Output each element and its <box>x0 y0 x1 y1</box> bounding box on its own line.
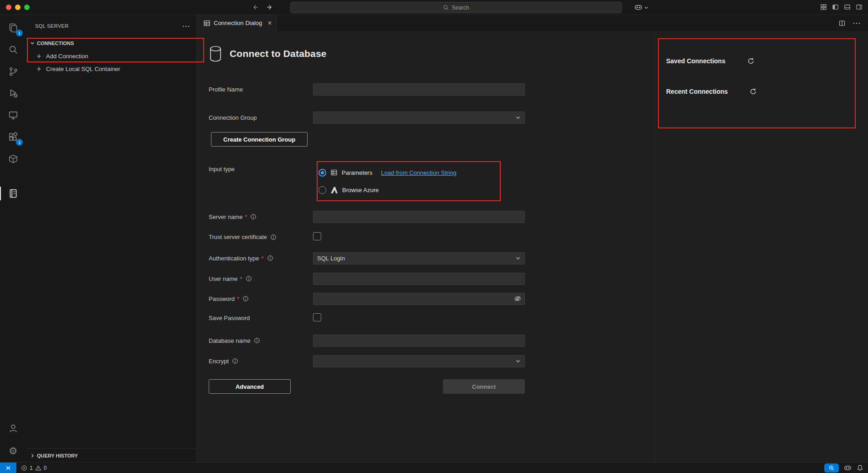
saved-connections-title: Saved Connections <box>666 57 725 65</box>
encrypt-dropdown[interactable] <box>313 355 525 367</box>
browse-azure-label: Browse Azure <box>342 187 379 193</box>
info-icon[interactable] <box>270 234 277 240</box>
activity-item-extensions[interactable]: 1 <box>0 126 26 148</box>
activity-item-run-debug[interactable] <box>0 82 26 104</box>
problems-status[interactable]: 1 0 <box>16 465 51 471</box>
authentication-type-dropdown[interactable]: SQL Login <box>313 252 525 264</box>
split-editor-icon[interactable] <box>838 20 846 27</box>
command-center-search[interactable]: Search <box>290 2 622 13</box>
container-cube-icon <box>8 154 18 164</box>
input-type-radio-group: Parameters Load from Connection String <box>313 161 525 201</box>
trust-server-certificate-checkbox[interactable] <box>313 232 321 240</box>
saved-connections-header: Saved Connections <box>666 56 868 66</box>
copilot-status-icon[interactable] <box>844 464 852 472</box>
server-name-row: Server name * <box>209 210 525 223</box>
go-back-icon[interactable] <box>252 4 259 11</box>
browse-azure-radio[interactable] <box>318 186 326 194</box>
info-icon[interactable] <box>254 337 260 344</box>
trust-server-certificate-row: Trust server certificate <box>209 232 525 242</box>
minimize-window-button[interactable] <box>15 5 21 10</box>
connection-group-label: Connection Group <box>209 114 257 121</box>
tab-connection-dialog[interactable]: Connection Dialog × <box>197 15 277 31</box>
server-name-input[interactable] <box>313 211 525 223</box>
vscode-window: Search <box>0 0 868 473</box>
save-password-label: Save Password <box>209 315 250 321</box>
info-icon[interactable] <box>242 295 249 302</box>
query-history-section-header[interactable]: QUERY HISTORY <box>26 448 196 462</box>
chevron-down-icon <box>29 40 36 46</box>
profile-name-input[interactable] <box>313 83 525 96</box>
database-name-row: Database name <box>209 334 525 347</box>
zoom-status-item[interactable] <box>824 463 839 473</box>
create-connection-group-row: Create Connection Group <box>211 132 525 147</box>
refresh-saved-connections-icon[interactable] <box>747 57 755 65</box>
toggle-panel-icon[interactable] <box>844 4 851 10</box>
parameters-label: Parameters <box>342 169 372 176</box>
copilot-menu-button[interactable] <box>634 3 649 11</box>
info-icon[interactable] <box>250 214 257 220</box>
run-debug-icon <box>8 88 18 98</box>
go-forward-icon[interactable] <box>266 4 273 11</box>
save-password-row: Save Password <box>209 313 525 323</box>
load-from-connection-string-link[interactable]: Load from Connection String <box>381 169 456 176</box>
more-actions-icon[interactable]: ⋯ <box>853 19 861 27</box>
activity-item-explorer[interactable]: 1 <box>0 17 26 39</box>
search-icon <box>8 45 18 55</box>
activity-item-settings[interactable]: ⚙ <box>0 440 26 462</box>
history-navigation <box>252 4 273 11</box>
activity-item-search[interactable] <box>0 39 26 61</box>
connections-section-header[interactable]: CONNECTIONS <box>26 37 196 50</box>
close-tab-icon[interactable]: × <box>267 20 272 27</box>
save-password-checkbox[interactable] <box>313 313 321 321</box>
more-actions-icon[interactable]: ⋯ <box>182 22 190 30</box>
activity-item-containers[interactable] <box>0 148 26 170</box>
chevron-down-icon <box>515 115 521 120</box>
toggle-sidebar-left-icon[interactable] <box>832 4 839 10</box>
connection-group-dropdown[interactable] <box>313 112 525 124</box>
required-marker: * <box>262 255 264 262</box>
remote-explorer-icon <box>8 110 18 120</box>
connection-dialog-webview: Connect to Database Profile Name Connect… <box>197 31 868 462</box>
toggle-sidebar-right-icon[interactable] <box>856 4 863 10</box>
profile-name-row: Profile Name <box>209 83 525 96</box>
sidebar-header: SQL SERVER ⋯ <box>26 15 196 37</box>
traffic-lights <box>6 5 30 10</box>
remote-indicator[interactable] <box>0 463 16 473</box>
create-connection-group-button[interactable]: Create Connection Group <box>211 132 308 147</box>
extensions-badge: 1 <box>16 139 23 146</box>
status-bar-right <box>824 463 868 473</box>
activity-item-remote-explorer[interactable] <box>0 104 26 126</box>
maximize-window-button[interactable] <box>24 5 30 10</box>
user-name-label: User name <box>209 275 238 282</box>
workbench: 1 <box>0 15 868 462</box>
user-name-input[interactable] <box>313 273 525 285</box>
sidebar-item-create-local-sql-container[interactable]: Create Local SQL Container <box>26 62 196 75</box>
form-buttons-row: Advanced Connect <box>209 379 525 394</box>
plus-icon <box>36 66 42 72</box>
advanced-button[interactable]: Advanced <box>209 379 291 394</box>
copilot-icon <box>634 3 642 11</box>
toggle-password-visibility-icon[interactable] <box>514 295 521 302</box>
connect-button[interactable]: Connect <box>443 379 525 394</box>
password-input[interactable] <box>313 293 525 305</box>
info-icon[interactable] <box>246 275 252 282</box>
customize-layout-icon[interactable] <box>820 4 827 10</box>
warning-count: 0 <box>44 465 47 471</box>
notifications-bell-icon[interactable] <box>857 464 863 471</box>
annotation-rectangle-connections-panel <box>658 38 856 128</box>
activity-item-sql-server[interactable] <box>0 183 26 204</box>
database-name-label: Database name <box>209 337 251 344</box>
info-icon[interactable] <box>232 358 238 364</box>
info-icon[interactable] <box>267 255 273 261</box>
activity-item-accounts[interactable] <box>0 418 26 440</box>
tab-bar: Connection Dialog × ⋯ <box>197 15 868 31</box>
required-marker: * <box>237 295 239 302</box>
refresh-recent-connections-icon[interactable] <box>750 88 757 95</box>
close-window-button[interactable] <box>6 5 11 10</box>
activity-item-source-control[interactable] <box>0 61 26 82</box>
sidebar-item-add-connection[interactable]: Add Connection <box>26 50 196 62</box>
chevron-down-icon <box>515 358 521 364</box>
parameters-radio[interactable] <box>318 169 326 177</box>
account-icon <box>8 423 18 433</box>
database-name-input[interactable] <box>313 335 525 347</box>
